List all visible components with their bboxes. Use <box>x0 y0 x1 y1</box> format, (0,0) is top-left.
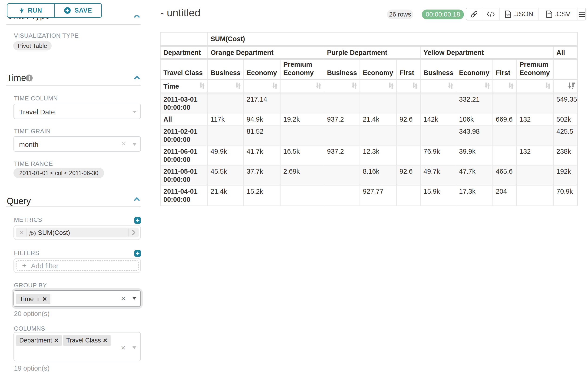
svg-text:</>: </> <box>506 13 511 17</box>
